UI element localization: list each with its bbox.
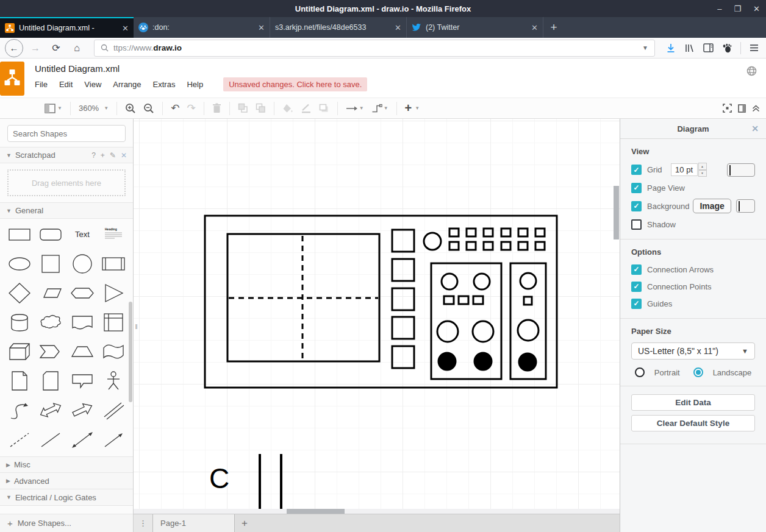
background-color-button[interactable] [736,199,755,213]
oscilloscope-panel[interactable] [205,216,557,388]
downloads-icon[interactable] [666,43,676,53]
pages-menu-button[interactable]: ⋮ [134,514,153,532]
shape-text[interactable]: Text [66,222,98,247]
background-checkbox[interactable]: ✓ [631,201,642,211]
shape-tape[interactable] [98,339,130,364]
shape-square[interactable] [35,252,67,276]
grid-size-stepper[interactable]: ▲▼ [698,163,707,177]
sidebar-scrollbar[interactable] [129,302,132,402]
shape-hexagon[interactable] [66,281,98,305]
menu-file[interactable]: File [35,80,48,89]
shape-search-box[interactable] [7,125,126,142]
zoom-in-button[interactable] [125,103,136,114]
tab-close-icon[interactable]: ✕ [122,24,129,33]
url-bar[interactable]: ttps://www.draw.io ▼ [94,40,655,57]
connection-style-tool[interactable]: ▼ [346,105,364,112]
grid-checkbox[interactable]: ✓ [631,165,642,175]
fullscreen-icon[interactable] [723,104,732,113]
tab-close-icon[interactable]: ✕ [258,23,265,32]
section-electrical[interactable]: ▼ Electrical / Logic Gates [0,489,133,506]
shape-callout[interactable] [66,369,98,393]
scratchpad-add-icon[interactable]: + [101,151,105,160]
waypoint-style-tool[interactable]: ▼ [371,104,388,113]
menu-view[interactable]: View [84,80,101,89]
shape-arrow[interactable] [66,398,98,422]
minimize-button[interactable]: – [717,4,721,13]
menu-extras[interactable]: Extras [153,80,176,89]
clear-default-style-button[interactable]: Clear Default Style [631,415,755,431]
shape-process[interactable] [98,252,130,276]
menu-help[interactable]: Help [187,80,203,89]
shape-directional-connector[interactable] [98,427,130,452]
panel-close-icon[interactable]: ✕ [751,124,759,133]
scratchpad-help-icon[interactable]: ? [91,151,96,160]
library-icon[interactable] [684,43,695,53]
page-tab[interactable]: Page-1 [153,514,235,532]
scratchpad-close-icon[interactable]: ✕ [121,151,127,160]
format-panel-toggle-icon[interactable] [738,104,746,113]
shape-rectangle[interactable] [4,222,35,247]
button-grid[interactable] [449,229,545,250]
tab-drawio[interactable]: Untitled Diagram.xml - ✕ [0,17,134,38]
grid-size-input[interactable] [671,163,698,176]
zoom-level-dropdown[interactable]: 360% ▼ [79,103,109,113]
section-general[interactable]: ▼ General [0,202,133,219]
line-color-button[interactable] [301,104,312,113]
knob-panel-left[interactable] [431,263,501,379]
canvas-horizontal-scrollbar-track[interactable] [134,509,620,514]
shape-trapezoid[interactable] [66,339,98,364]
landscape-radio[interactable] [693,367,703,377]
menu-arrange[interactable]: Arrange [113,80,141,89]
more-shapes-button[interactable]: + More Shapes... [0,514,133,532]
edit-data-button[interactable]: Edit Data [631,394,755,411]
language-globe-icon[interactable] [746,66,757,76]
tab-twitter[interactable]: (2) Twitter ✕ [407,17,543,38]
sidebar-collapse-handle[interactable]: ‖ [134,320,138,333]
scratchpad-dropzone[interactable]: Drag elements here [7,169,126,196]
to-back-button[interactable] [256,103,266,113]
shadow-checkbox[interactable] [631,219,642,230]
collapse-toolbar-icon[interactable] [752,104,760,112]
forward-button[interactable]: → [27,40,44,57]
grid-color-button[interactable] [727,163,755,177]
tab-don[interactable]: :don: ✕ [134,17,270,38]
menu-icon[interactable] [750,44,759,52]
gnome-foot-icon[interactable] [722,43,732,53]
add-page-button[interactable]: + [235,514,254,532]
shape-document[interactable] [66,310,98,335]
paper-size-select[interactable]: US-Letter (8,5" x 11") ▼ [631,342,755,360]
shape-cube[interactable] [4,339,35,364]
shadow-button[interactable] [319,104,329,113]
fill-color-button[interactable] [282,104,293,113]
shape-rounded-rectangle[interactable] [35,222,67,247]
to-front-button[interactable] [238,103,248,113]
shape-cylinder[interactable] [4,310,35,335]
page-view-tool[interactable]: ▼ [45,104,62,113]
section-advanced[interactable]: ▶ Advanced [0,473,133,489]
delete-button[interactable] [212,103,221,113]
shape-ellipse[interactable] [4,252,35,276]
shape-curve[interactable] [4,398,35,422]
knob-panel-right[interactable] [510,263,546,379]
shape-internal-storage[interactable] [98,310,130,335]
guides-checkbox[interactable]: ✓ [631,299,642,309]
background-image-button[interactable]: Image [693,199,731,213]
shape-note[interactable] [4,369,35,393]
shape-triangle[interactable] [98,281,130,305]
undo-button[interactable]: ↶ [171,102,179,115]
shape-dashed-line[interactable] [4,427,35,452]
page-view-checkbox[interactable]: ✓ [631,183,642,193]
reload-button[interactable]: ⟳ [48,40,65,57]
maximize-button[interactable]: ❐ [734,4,741,13]
new-tab-button[interactable]: + [543,17,564,38]
zoom-out-button[interactable] [143,103,154,114]
tab-close-icon[interactable]: ✕ [531,23,538,32]
shape-actor[interactable] [98,369,130,393]
shape-diamond[interactable] [4,281,35,305]
shape-heading[interactable]: Heading [98,222,130,247]
scratchpad-section-header[interactable]: ▼ Scratchpad ? + ✎ ✕ [0,147,133,163]
portrait-radio[interactable] [635,367,645,377]
shape-cloud[interactable] [35,310,67,335]
button-column[interactable] [392,230,414,368]
tab-close-icon[interactable]: ✕ [395,23,401,32]
